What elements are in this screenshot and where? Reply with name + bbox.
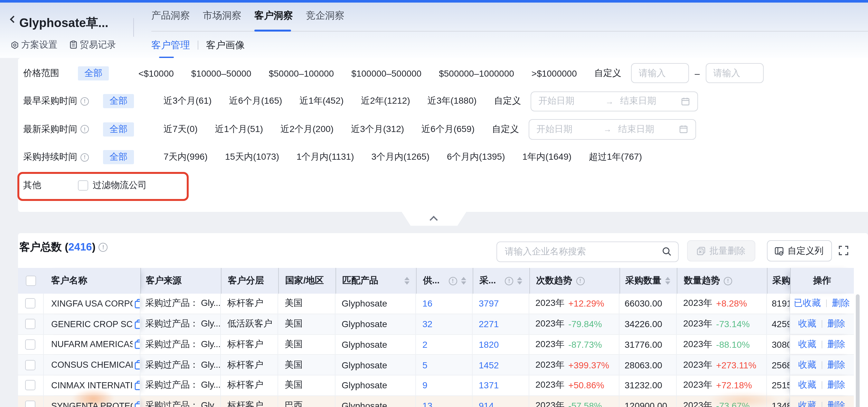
- fullscreen-icon[interactable]: [838, 245, 849, 255]
- records-count-link[interactable]: 1452: [479, 360, 499, 370]
- copy-icon[interactable]: [134, 299, 140, 309]
- col-header-suppliers[interactable]: 供...!: [416, 268, 472, 294]
- filter-option[interactable]: 近3年(1880): [428, 96, 477, 107]
- action-link[interactable]: 删除: [828, 400, 845, 407]
- row-checkbox[interactable]: [25, 380, 36, 390]
- action-link[interactable]: 收藏: [799, 318, 816, 330]
- sort-carets-icon[interactable]: [517, 277, 522, 285]
- col-header-qty[interactable]: 采购数量: [619, 268, 677, 294]
- filter-option[interactable]: $10000–50000: [191, 68, 251, 79]
- search-icon[interactable]: [662, 247, 672, 256]
- records-count-link[interactable]: 2271: [479, 319, 499, 329]
- sort-carets-icon[interactable]: [665, 277, 670, 285]
- copy-icon[interactable]: [134, 319, 140, 329]
- filter-option[interactable]: 7天内(996): [163, 152, 208, 163]
- date-range-picker[interactable]: 开始日期→结束日期: [531, 91, 698, 112]
- suppliers-count-link[interactable]: 32: [423, 319, 432, 329]
- filter-option[interactable]: 1个月内(1131): [297, 152, 354, 163]
- suppliers-count-link[interactable]: 5: [423, 360, 428, 370]
- filter-option[interactable]: 超过1年(767): [589, 152, 642, 163]
- records-count-link[interactable]: 3797: [479, 299, 499, 309]
- custom-columns-button[interactable]: 自定义列: [767, 240, 832, 261]
- customer-name[interactable]: XINGFA USA CORPO: [51, 299, 132, 309]
- filter-option[interactable]: 近1个月(51): [215, 124, 263, 135]
- filter-option[interactable]: <$10000: [138, 68, 174, 79]
- tab-2[interactable]: 客户洞察: [254, 9, 293, 22]
- customer-name[interactable]: CONSUS CHEMICAL: [51, 360, 132, 370]
- action-link[interactable]: 收藏: [799, 339, 816, 350]
- filter-option[interactable]: 近6个月(165): [229, 96, 282, 107]
- action-link[interactable]: 删除: [828, 339, 845, 350]
- max-price-input[interactable]: 请输入: [705, 63, 763, 84]
- row-checkbox[interactable]: [25, 360, 36, 370]
- action-link[interactable]: 已收藏: [794, 298, 821, 309]
- filter-option[interactable]: >$1000000: [532, 68, 577, 79]
- vertical-scrollbar[interactable]: [856, 294, 859, 407]
- row-checkbox[interactable]: [25, 299, 36, 309]
- filter-option[interactable]: 近6个月(659): [422, 124, 474, 135]
- min-price-input[interactable]: 请输入: [631, 63, 689, 84]
- customer-name[interactable]: GENERIC CROP SCI: [51, 319, 132, 329]
- filter-option[interactable]: $50000–100000: [269, 68, 334, 79]
- filter-option[interactable]: $100000–500000: [351, 68, 422, 79]
- row-checkbox[interactable]: [25, 319, 36, 329]
- filter-option-selected[interactable]: 全部: [103, 122, 134, 136]
- customer-name[interactable]: SYNGENTA PROTEC: [51, 401, 132, 407]
- tab-1[interactable]: 市场洞察: [203, 9, 242, 22]
- suppliers-count-link[interactable]: 13: [423, 401, 432, 407]
- suppliers-count-link[interactable]: 9: [423, 380, 428, 390]
- filter-option[interactable]: $500000–1000000: [439, 68, 514, 79]
- suppliers-count-link[interactable]: 2: [423, 339, 428, 350]
- filter-option-selected[interactable]: 全部: [78, 66, 109, 81]
- action-link[interactable]: 删除: [828, 359, 845, 371]
- action-link[interactable]: 收藏: [799, 359, 816, 371]
- batch-delete-button[interactable]: 批量删除: [687, 240, 755, 261]
- filter-option[interactable]: 近3个月(61): [163, 96, 212, 107]
- sort-carets-icon[interactable]: [461, 277, 466, 285]
- filter-option[interactable]: 近3个月(312): [351, 124, 404, 135]
- filter-option-selected[interactable]: 全部: [103, 150, 134, 164]
- sort-carets-icon[interactable]: [404, 277, 409, 285]
- filter-custom-option[interactable]: 自定义: [494, 96, 521, 107]
- filter-option[interactable]: 近2个月(200): [280, 124, 334, 135]
- records-count-link[interactable]: 914: [479, 401, 494, 407]
- col-header-product[interactable]: 匹配产品: [335, 268, 416, 294]
- filter-option[interactable]: 近1年(452): [300, 96, 344, 107]
- action-link[interactable]: 删除: [828, 380, 845, 391]
- subtab-0[interactable]: 客户管理: [151, 39, 190, 51]
- copy-icon[interactable]: [134, 340, 140, 349]
- copy-icon[interactable]: [134, 360, 140, 370]
- tab-0[interactable]: 产品洞察: [151, 9, 190, 22]
- filter-option[interactable]: 3个月内(1265): [371, 152, 430, 163]
- customer-name[interactable]: CINMAX INTERNATIO: [51, 381, 132, 390]
- filter-logistics-checkbox[interactable]: [78, 180, 88, 191]
- back-icon[interactable]: [10, 15, 18, 23]
- filter-custom-option[interactable]: 自定义: [492, 124, 519, 135]
- scheme-settings-link[interactable]: 方案设置: [11, 39, 57, 51]
- filter-option[interactable]: 1年内(1649): [523, 152, 572, 163]
- action-link[interactable]: 收藏: [799, 400, 816, 407]
- copy-icon[interactable]: [134, 381, 140, 390]
- tab-3[interactable]: 竞企洞察: [306, 9, 344, 22]
- copy-icon[interactable]: [134, 401, 140, 407]
- records-count-link[interactable]: 1820: [479, 339, 499, 350]
- filter-custom-option[interactable]: 自定义: [594, 68, 621, 79]
- company-search-input[interactable]: 请输入企业名称搜索: [496, 241, 679, 262]
- row-checkbox[interactable]: [25, 339, 36, 350]
- customer-name[interactable]: NUFARM AMERICAS,: [51, 340, 132, 349]
- filter-option[interactable]: 近7天(0): [163, 124, 198, 135]
- filter-option[interactable]: 近2年(1212): [361, 96, 410, 107]
- row-checkbox[interactable]: [25, 401, 36, 407]
- select-all-checkbox[interactable]: [26, 276, 36, 286]
- filter-option[interactable]: 6个月内(1395): [447, 152, 505, 163]
- action-link[interactable]: 删除: [832, 298, 850, 309]
- action-link[interactable]: 收藏: [799, 380, 816, 391]
- date-range-picker[interactable]: 开始日期→结束日期: [529, 119, 696, 139]
- col-header-records[interactable]: 采...!: [472, 268, 529, 294]
- filter-option[interactable]: 15天内(1073): [225, 152, 279, 163]
- records-count-link[interactable]: 1371: [479, 380, 499, 390]
- action-link[interactable]: 删除: [828, 318, 845, 330]
- filter-option-selected[interactable]: 全部: [103, 94, 134, 108]
- subtab-1[interactable]: 客户画像: [206, 39, 245, 51]
- suppliers-count-link[interactable]: 16: [423, 299, 432, 309]
